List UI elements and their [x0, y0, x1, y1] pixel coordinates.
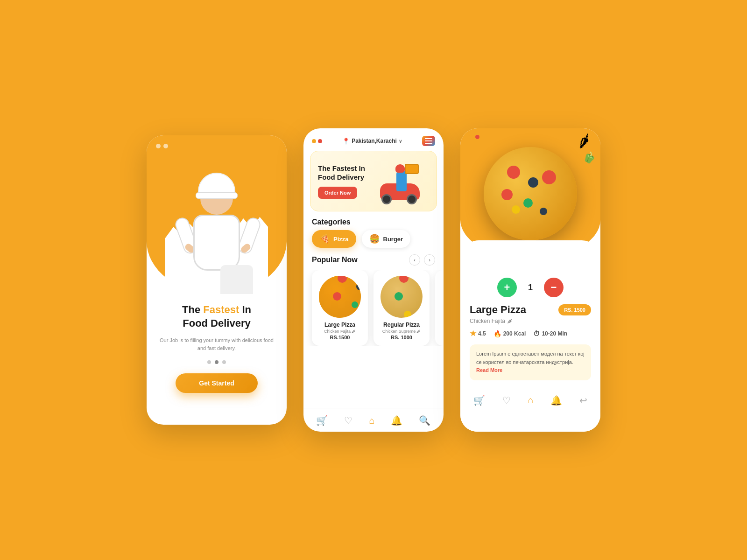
- s1-content: The Fastest InFood Delivery Our Job is t…: [147, 294, 287, 402]
- food-card-large-pizza[interactable]: Large Pizza Chicken Fajita 🌶 RS.1500: [312, 270, 368, 346]
- s1-pagination: [158, 360, 275, 364]
- order-now-button[interactable]: Order Now: [318, 187, 357, 199]
- nav-heart-icon[interactable]: ♡: [344, 415, 352, 426]
- chef-thumb-right: [240, 243, 252, 254]
- pag-dot-3: [222, 360, 226, 364]
- s3-content-area: + 1 − Large Pizza RS. 1500 Chicken Fajit…: [460, 240, 600, 432]
- time-stat: ⏱ 10-20 Min: [533, 330, 567, 337]
- s3-dot-y: [469, 135, 473, 139]
- chili-icon-2: 🌶: [416, 329, 421, 334]
- food-card-partial: [435, 270, 444, 346]
- pizza-t4: [523, 198, 533, 208]
- popular-header: Popular Now ‹ ›: [303, 252, 444, 270]
- s1-window-dots: [156, 144, 168, 148]
- description-text: Lorem Ipsum е едноставен модел на текст …: [476, 351, 585, 365]
- food-card-regular-pizza[interactable]: Regular Pizza Chicken Supreme 🌶 RS. 1000: [374, 270, 430, 346]
- topping-1: [338, 276, 347, 283]
- pizza-t7: [540, 208, 547, 215]
- s2-inner: 📍 Pakistan,Karachi ∨ The Fastest InFood …: [303, 128, 444, 432]
- calories-stat: 🔥 200 Kcal: [493, 330, 526, 337]
- rider-helmet: [395, 164, 405, 173]
- pin-icon: 📍: [342, 138, 350, 145]
- product-info: Large Pizza RS. 1500 Chicken Fajita 🌶 ★ …: [460, 304, 600, 380]
- popular-title: Popular Now: [312, 256, 358, 264]
- chef-hat-brim: [196, 192, 238, 199]
- s3-nav-heart-icon[interactable]: ♡: [502, 395, 511, 406]
- scooter-wheel-rear: [381, 194, 392, 204]
- regular-pizza-sub: Chicken Supreme 🌶: [379, 329, 424, 334]
- topping-2: [356, 283, 361, 290]
- calories-value: 200 Kcal: [503, 330, 526, 337]
- menu-line-3: [425, 143, 432, 144]
- s3-nav-bell-icon[interactable]: 🔔: [550, 395, 562, 406]
- pag-dot-1: [207, 360, 211, 364]
- menu-icon-grid[interactable]: [422, 136, 435, 146]
- chef-illustration: [165, 154, 268, 294]
- pizza-t6: [512, 205, 520, 214]
- regular-pizza-image: [381, 276, 423, 318]
- screens-container: The Fastest InFood Delivery Our Job is t…: [147, 128, 600, 432]
- nav-cart-icon[interactable]: 🛒: [316, 415, 328, 426]
- time-value: 10-20 Min: [542, 330, 567, 337]
- chef-figure: [175, 173, 259, 289]
- hero-banner: The Fastest InFood Delivery Order Now: [310, 151, 437, 211]
- large-pizza-price: RS.1500: [317, 335, 362, 340]
- s3-nav-back-icon[interactable]: ↩: [579, 395, 587, 406]
- nav-arrows: ‹ ›: [409, 254, 435, 266]
- large-pizza-image: [319, 276, 361, 318]
- pizza-label: Pizza: [333, 236, 349, 243]
- hero-delivery-illustration: [378, 158, 429, 204]
- quantity-plus-button[interactable]: +: [497, 278, 517, 297]
- product-subtitle: Chicken Fajita 🌶: [470, 318, 591, 324]
- s3-dot-r: [475, 135, 479, 139]
- phone-screen-2: 📍 Pakistan,Karachi ∨ The Fastest InFood …: [303, 128, 444, 432]
- dot-1: [156, 144, 161, 148]
- large-pizza-visual: [484, 147, 577, 240]
- fire-icon: 🔥: [493, 330, 501, 337]
- burger-label: Burger: [383, 236, 403, 243]
- chili-icon-1: 🌶: [352, 329, 356, 334]
- menu-line-2: [425, 140, 432, 141]
- delivery-box: [405, 164, 419, 174]
- burger-icon: 🍔: [369, 234, 380, 244]
- hero-title: The Fastest InFood Delivery: [318, 164, 378, 182]
- product-stats: ★ 4.5 🔥 200 Kcal ⏱ 10-20 Min: [470, 329, 591, 338]
- nav-home-icon[interactable]: ⌂: [369, 415, 374, 426]
- s1-hero-section: [147, 135, 287, 294]
- nav-next-button[interactable]: ›: [424, 254, 435, 266]
- categories-title: Categories: [303, 211, 444, 230]
- s3-window-dots: [469, 135, 479, 139]
- category-burger[interactable]: 🍔 Burger: [362, 230, 411, 248]
- location-selector[interactable]: 📍 Pakistan,Karachi ∨: [342, 138, 402, 145]
- pizza-icon: 🍕: [319, 234, 330, 244]
- quantity-minus-button[interactable]: −: [544, 278, 564, 297]
- clock-icon: ⏱: [533, 330, 540, 337]
- bottom-nav-3: 🛒 ♡ ⌂ 🔔 ↩: [460, 388, 600, 412]
- pizza-t3: [501, 189, 513, 200]
- rating-stat: ★ 4.5: [470, 329, 486, 338]
- s3-nav-home-icon[interactable]: ⌂: [528, 395, 533, 406]
- s2-header-dots: [312, 139, 322, 143]
- product-name: Large Pizza: [470, 304, 526, 316]
- rating-value: 4.5: [478, 330, 486, 337]
- regular-pizza-name: Regular Pizza: [379, 322, 424, 328]
- s3-nav-cart-icon[interactable]: 🛒: [473, 395, 485, 406]
- nav-search-icon[interactable]: 🔍: [419, 415, 430, 426]
- nav-bell-icon[interactable]: 🔔: [391, 415, 402, 426]
- hero-text: The Fastest InFood Delivery Order Now: [318, 164, 378, 199]
- pizza-t1: [507, 166, 520, 179]
- r-topping-1: [399, 276, 409, 283]
- nav-prev-button[interactable]: ‹: [409, 254, 420, 266]
- chef-apron: [220, 265, 253, 294]
- menu-line-1: [425, 138, 432, 139]
- pizza-t5: [542, 170, 556, 184]
- chef-body: [193, 215, 240, 271]
- get-started-button[interactable]: Get Started: [176, 373, 257, 393]
- dot-2: [163, 144, 168, 148]
- regular-pizza-illustration: [381, 276, 423, 318]
- read-more-link[interactable]: Read More: [476, 367, 502, 373]
- category-pizza[interactable]: 🍕 Pizza: [312, 230, 356, 248]
- phone-3-inner: 🌶 🫑: [460, 128, 600, 432]
- hdot-red: [318, 139, 322, 143]
- hdot-yellow: [312, 139, 316, 143]
